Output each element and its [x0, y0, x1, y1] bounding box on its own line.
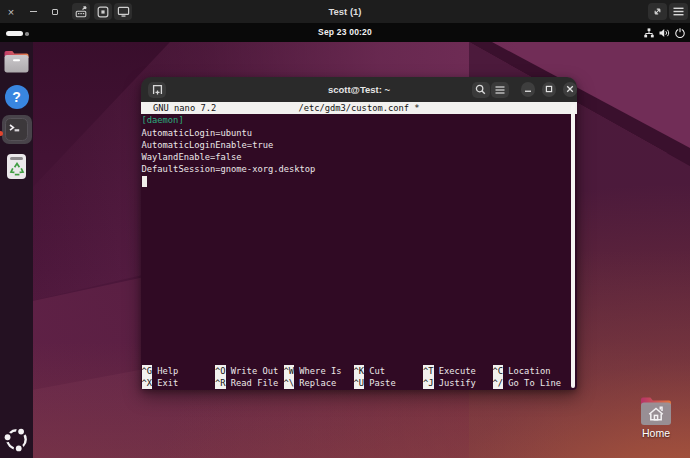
- shortcut-label: Help: [152, 366, 178, 376]
- shortcut-key: ^O: [215, 365, 226, 377]
- clock[interactable]: Sep 23 00:20: [0, 23, 690, 42]
- fullscreen-button[interactable]: [648, 3, 667, 20]
- terminal-titlebar[interactable]: scott@Test: ~: [141, 77, 577, 102]
- shortcut-key: ^X: [142, 377, 153, 389]
- search-icon: [475, 84, 486, 95]
- shortcut-label: Read File: [226, 378, 279, 388]
- shortcut-label: Paste: [364, 378, 396, 388]
- terminal-close-button[interactable]: [563, 82, 578, 97]
- shortcut-label: Location: [503, 366, 550, 376]
- power-icon: [675, 28, 685, 38]
- vm-menu-button[interactable]: [669, 3, 688, 20]
- shortcut-column: ^K Cut ^U Paste: [354, 365, 396, 390]
- config-line: AutomaticLogin=ubuntu: [142, 127, 316, 139]
- shortcut-column: ^G Help ^X Exit: [142, 365, 179, 390]
- home-folder-icon: [633, 394, 679, 427]
- network-wired-icon: [644, 28, 654, 38]
- nano-titlebar: GNU nano 7.2 /etc/gdm3/custom.conf *: [141, 102, 577, 114]
- show-apps-button[interactable]: [0, 427, 33, 453]
- shortcut-column: ^W Where Is ^\ Replace: [284, 365, 342, 390]
- terminal-title: scott@Test: ~: [141, 77, 577, 102]
- system-status-area[interactable]: [644, 23, 685, 42]
- screen: × Test (1): [0, 0, 690, 458]
- shortcut-key: ^U: [354, 377, 365, 389]
- config-line: DefaultSession=gnome-xorg.desktop: [142, 163, 316, 175]
- vm-viewer-titlebar: × Test (1): [0, 0, 690, 23]
- hamburger-icon: [673, 7, 684, 16]
- dock-item-trash[interactable]: [0, 154, 33, 181]
- vm-window-title: Test (1): [0, 0, 690, 23]
- trash-icon: [7, 154, 27, 179]
- dock: ?: [0, 42, 33, 458]
- trash-lid: [10, 157, 24, 160]
- close-icon: [566, 85, 574, 93]
- terminal-search-button[interactable]: [472, 82, 490, 98]
- config-line: [daemon]: [142, 114, 316, 126]
- shortcut-label: Write Out: [226, 366, 279, 376]
- dock-item-files[interactable]: [0, 45, 33, 73]
- terminal-running-indicator: [0, 131, 3, 136]
- terminal-scrollbar[interactable]: [571, 104, 575, 388]
- desktop-home-icon[interactable]: Home: [633, 394, 679, 440]
- shortcut-key: ^/: [493, 377, 504, 389]
- terminal-prompt-glyph: [6, 119, 27, 140]
- nano-shortcut-bar: ^G Help ^X Exit ^O Write Out ^R Read Fil…: [141, 365, 577, 390]
- shortcut-key: ^K: [354, 365, 365, 377]
- recycle-icon: [9, 162, 25, 177]
- shortcut-label: Cut: [364, 366, 385, 376]
- shortcut-label: Replace: [294, 378, 336, 388]
- shortcut-key: ^W: [284, 365, 295, 377]
- terminal-maximize-button[interactable]: [542, 82, 557, 97]
- minimize-icon: [524, 85, 532, 93]
- terminal-window: scott@Test: ~: [141, 77, 577, 390]
- config-line: WaylandEnable=false: [142, 151, 316, 163]
- gnome-top-bar: Sep 23 00:20: [0, 23, 690, 42]
- shortcut-key: ^R: [215, 377, 226, 389]
- help-icon: ?: [5, 85, 29, 109]
- shortcut-key: ^J: [423, 377, 434, 389]
- home-icon-label: Home: [625, 427, 687, 439]
- shortcut-label: Exit: [152, 378, 178, 388]
- terminal-icon: [5, 118, 28, 141]
- maximize-icon: [545, 85, 553, 93]
- shortcut-column: ^C Location ^/ Go To Line: [493, 365, 562, 390]
- shortcut-key: ^C: [493, 365, 504, 377]
- shortcut-label: Justify: [434, 378, 476, 388]
- ubuntu-logo-icon: [0, 427, 33, 453]
- shortcut-label: Where Is: [294, 366, 341, 376]
- nano-filename: /etc/gdm3/custom.conf *: [141, 102, 577, 114]
- question-mark: ?: [12, 89, 21, 105]
- terminal-menu-button[interactable]: [491, 82, 509, 98]
- dock-item-terminal[interactable]: [0, 115, 33, 145]
- shortcut-key: ^T: [423, 365, 434, 377]
- shortcut-label: Go To Line: [503, 378, 561, 388]
- shortcut-key: ^\: [284, 377, 295, 389]
- text-cursor: [142, 176, 148, 187]
- terminal-content[interactable]: GNU nano 7.2 /etc/gdm3/custom.conf * [da…: [141, 102, 577, 390]
- fullscreen-icon: [652, 6, 663, 17]
- shortcut-column: ^T Execute ^J Justify: [423, 365, 476, 390]
- files-icon: [0, 45, 33, 73]
- shortcut-key: ^G: [142, 365, 153, 377]
- hamburger-icon: [495, 86, 505, 94]
- shortcut-label: Execute: [434, 366, 476, 376]
- volume-icon: [659, 28, 670, 38]
- dock-item-help[interactable]: ?: [0, 85, 33, 110]
- config-line: AutomaticLoginEnable=true: [142, 139, 316, 151]
- nano-editor-text: [daemon] AutomaticLogin=ubuntu Automatic…: [142, 114, 316, 175]
- terminal-minimize-button[interactable]: [521, 82, 536, 97]
- shortcut-column: ^O Write Out ^R Read File: [215, 365, 278, 390]
